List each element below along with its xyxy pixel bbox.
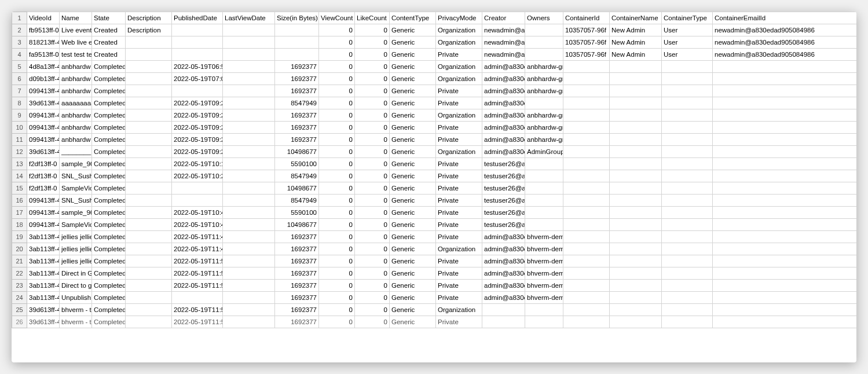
cell-containertype[interactable]: User [662, 49, 713, 61]
cell-creator[interactable]: admin@a830e [482, 134, 525, 146]
cell-description[interactable] [126, 85, 172, 97]
cell-name[interactable]: SNL_Sushi [60, 170, 92, 182]
cell-containertype[interactable] [662, 61, 713, 73]
cell-viewcount[interactable]: 0 [319, 182, 355, 195]
cell-privacymode[interactable]: Private [436, 122, 482, 134]
cell-creator[interactable]: newadmin@a830edad9050 [482, 24, 525, 36]
cell-owners[interactable]: anbhardw-grp-3@a830edad9050849863E220330… [525, 85, 563, 97]
cell-containeremailid[interactable] [713, 267, 857, 280]
cell-name[interactable]: SNL_Sushi [60, 195, 92, 207]
cell-containerid[interactable] [563, 134, 610, 146]
cell-containerid[interactable] [563, 207, 610, 219]
cell-publisheddate[interactable]: 2022-05-19T09:25:18.4219232 [172, 122, 223, 134]
cell-containerid[interactable] [563, 231, 610, 243]
cell-videoid[interactable]: f2df13ff-0 [27, 170, 60, 182]
cell-description[interactable]: Description [126, 24, 172, 36]
cell-description[interactable] [126, 170, 172, 182]
cell-containerid[interactable] [563, 304, 610, 316]
cell-containername[interactable] [610, 195, 662, 207]
row-number[interactable]: 23 [12, 280, 27, 292]
cell-likecount[interactable]: 0 [355, 267, 390, 280]
cell-size[interactable]: 1692377 [275, 304, 319, 316]
cell-containername[interactable] [610, 158, 662, 170]
cell-state[interactable]: Completed [92, 316, 126, 328]
cell-name[interactable]: Direct to g [60, 280, 92, 292]
cell-size[interactable]: 1692377 [275, 267, 319, 280]
cell-creator[interactable]: testuser26@a830edad9050849863E22033000.o… [482, 219, 525, 231]
cell-containerid[interactable]: 10357057-96f [563, 24, 610, 36]
cell-owners[interactable]: bhverm-demo@a830edad9050849863E22033000.… [525, 280, 563, 292]
column-header-owners[interactable]: Owners [525, 12, 563, 24]
row-number[interactable]: 18 [12, 219, 27, 231]
cell-containerid[interactable] [563, 158, 610, 170]
cell-containerid[interactable] [563, 255, 610, 267]
cell-containertype[interactable] [662, 97, 713, 109]
cell-description[interactable] [126, 231, 172, 243]
cell-videoid[interactable]: 3ab113ff-4 [27, 243, 60, 255]
cell-state[interactable]: Completed [92, 61, 126, 73]
cell-description[interactable] [126, 61, 172, 73]
cell-publisheddate[interactable] [172, 182, 223, 195]
cell-lastviewdate[interactable] [223, 304, 275, 316]
cell-name[interactable]: SampleVid [60, 219, 92, 231]
cell-size[interactable]: 1692377 [275, 122, 319, 134]
cell-containerid[interactable]: 10357057-96f [563, 36, 610, 49]
cell-containertype[interactable] [662, 170, 713, 182]
cell-containeremailid[interactable] [713, 182, 857, 195]
cell-size[interactable]: 10498677 [275, 219, 319, 231]
cell-containeremailid[interactable] [713, 219, 857, 231]
cell-containertype[interactable] [662, 280, 713, 292]
column-header-viewcount[interactable]: ViewCount [319, 12, 355, 24]
cell-containertype[interactable] [662, 243, 713, 255]
cell-state[interactable]: Completed [92, 146, 126, 158]
cell-size[interactable]: 1692377 [275, 85, 319, 97]
cell-containeremailid[interactable] [713, 73, 857, 85]
cell-containertype[interactable]: User [662, 24, 713, 36]
cell-viewcount[interactable]: 0 [319, 292, 355, 304]
cell-privacymode[interactable]: Organization [436, 243, 482, 255]
cell-containertype[interactable] [662, 73, 713, 85]
cell-containeremailid[interactable] [713, 134, 857, 146]
cell-containertype[interactable] [662, 207, 713, 219]
cell-name[interactable]: jellies jellie [60, 231, 92, 243]
cell-lastviewdate[interactable] [223, 122, 275, 134]
cell-containerid[interactable] [563, 280, 610, 292]
cell-likecount[interactable]: 0 [355, 195, 390, 207]
cell-lastviewdate[interactable] [223, 36, 275, 49]
cell-lastviewdate[interactable] [223, 97, 275, 109]
cell-containerid[interactable] [563, 267, 610, 280]
column-header-description[interactable]: Description [126, 12, 172, 24]
cell-description[interactable] [126, 267, 172, 280]
row-number[interactable]: 5 [12, 61, 27, 73]
column-header-name[interactable]: Name [60, 12, 92, 24]
cell-privacymode[interactable]: Private [436, 49, 482, 61]
cell-name[interactable]: test test te [60, 49, 92, 61]
cell-state[interactable]: Completed [92, 219, 126, 231]
cell-privacymode[interactable]: Private [436, 292, 482, 304]
cell-lastviewdate[interactable] [223, 109, 275, 122]
cell-videoid[interactable]: 099413ff-4 [27, 122, 60, 134]
cell-privacymode[interactable]: Private [436, 267, 482, 280]
cell-size[interactable]: 1692377 [275, 109, 319, 122]
cell-owners[interactable] [525, 170, 563, 182]
cell-name[interactable]: Direct in G [60, 267, 92, 280]
column-header-contenttype[interactable]: ContentType [390, 12, 436, 24]
cell-creator[interactable]: testuser26@a830edad9050849863E22033000.o… [482, 182, 525, 195]
cell-publisheddate[interactable] [172, 24, 223, 36]
cell-containerid[interactable] [563, 195, 610, 207]
cell-owners[interactable] [525, 158, 563, 170]
cell-likecount[interactable]: 0 [355, 182, 390, 195]
row-number[interactable]: 21 [12, 255, 27, 267]
cell-containername[interactable] [610, 292, 662, 304]
cell-containeremailid[interactable] [713, 316, 857, 328]
cell-containername[interactable] [610, 122, 662, 134]
row-number[interactable]: 14 [12, 170, 27, 182]
cell-containertype[interactable] [662, 158, 713, 170]
cell-videoid[interactable]: 3ab113ff-4 [27, 292, 60, 304]
cell-name[interactable]: jellies jellie [60, 243, 92, 255]
cell-containername[interactable]: New Admin [610, 49, 662, 61]
cell-owners[interactable]: anbhardw-grp1@a830edad9050849863E2203300… [525, 73, 563, 85]
row-number[interactable]: 3 [12, 36, 27, 49]
cell-publisheddate[interactable]: 2022-05-19T10:41:01.85233Z [172, 219, 223, 231]
row-number[interactable]: 2 [12, 24, 27, 36]
